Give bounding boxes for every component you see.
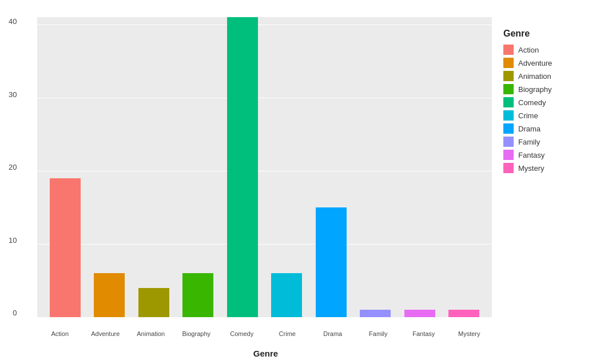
x-label-action: Action [37,330,83,337]
bar-group [88,17,132,317]
legend-label-fantasy: Fantasy [518,151,545,159]
legend-color-mystery [503,163,514,173]
x-label-mystery: Mystery [447,330,492,337]
bar-family [360,310,391,317]
legend-item-fantasy: Fantasy [503,150,583,160]
legend-item-comedy: Comedy [503,97,583,107]
legend-title: Genre [503,29,583,39]
x-axis-title: Genre [21,349,510,358]
legend-label-family: Family [518,138,540,146]
legend-item-drama: Drama [503,123,583,134]
bar-group [309,17,353,317]
bar-group [353,17,398,317]
bar-group [43,17,88,317]
legend-label-mystery: Mystery [518,164,545,173]
bars-area [37,17,492,317]
legend-items: ActionAdventureAnimationBiographyComedyC… [503,45,583,176]
y-tick-label: 30 [9,90,17,99]
legend-label-adventure: Adventure [518,59,552,67]
x-label-fantasy: Fantasy [401,330,447,337]
bar-mystery [448,310,479,317]
legend-item-mystery: Mystery [503,163,583,173]
bar-action [50,178,81,317]
x-label-animation: Animation [128,330,174,337]
bar-group [442,17,487,317]
legend-label-comedy: Comedy [518,98,546,107]
legend-label-animation: Animation [518,72,551,81]
bar-biography [182,273,213,317]
chart-container: 010203040 ActionAdventureAnimationBiogra… [0,0,592,364]
legend-item-family: Family [503,137,583,147]
legend-item-animation: Animation [503,71,583,81]
legend-label-biography: Biography [518,85,552,94]
x-axis-labels: ActionAdventureAnimationBiographyComedyC… [37,330,492,337]
legend-label-drama: Drama [518,125,541,133]
y-tick-label: 10 [9,236,17,245]
bar-group [132,17,176,317]
legend-color-crime [503,110,514,121]
bar-group [265,17,309,317]
legend: Genre ActionAdventureAnimationBiographyC… [500,23,586,358]
x-label-crime: Crime [265,330,311,337]
y-axis-labels: 010203040 [9,17,17,317]
y-tick-label: 40 [9,17,17,26]
legend-item-adventure: Adventure [503,58,583,68]
y-tick-label: 20 [9,163,17,171]
legend-color-fantasy [503,150,514,160]
bar-animation [138,288,169,317]
bar-group [398,17,442,317]
legend-item-biography: Biography [503,84,583,94]
legend-color-comedy [503,97,514,107]
chart-area: 010203040 ActionAdventureAnimationBiogra… [6,11,495,358]
legend-color-biography [503,84,514,94]
legend-color-drama [503,123,514,134]
legend-color-family [503,137,514,147]
legend-color-animation [503,71,514,81]
plot-background [37,17,492,317]
x-label-biography: Biography [174,330,220,337]
bar-group [176,17,221,317]
bar-group [220,17,265,317]
bar-fantasy [404,310,435,317]
x-label-comedy: Comedy [219,330,265,337]
bar-drama [316,207,347,317]
bar-crime [271,273,302,317]
y-tick-label: 0 [13,309,17,317]
bar-comedy [227,17,258,317]
legend-item-crime: Crime [503,110,583,121]
legend-color-action [503,45,514,55]
bar-adventure [94,273,125,317]
x-label-drama: Drama [310,330,356,337]
legend-color-adventure [503,58,514,68]
x-label-family: Family [356,330,402,337]
grid-line [37,317,492,318]
legend-item-action: Action [503,45,583,55]
legend-label-action: Action [518,46,539,54]
legend-label-crime: Crime [518,111,538,120]
x-label-adventure: Adventure [83,330,129,337]
